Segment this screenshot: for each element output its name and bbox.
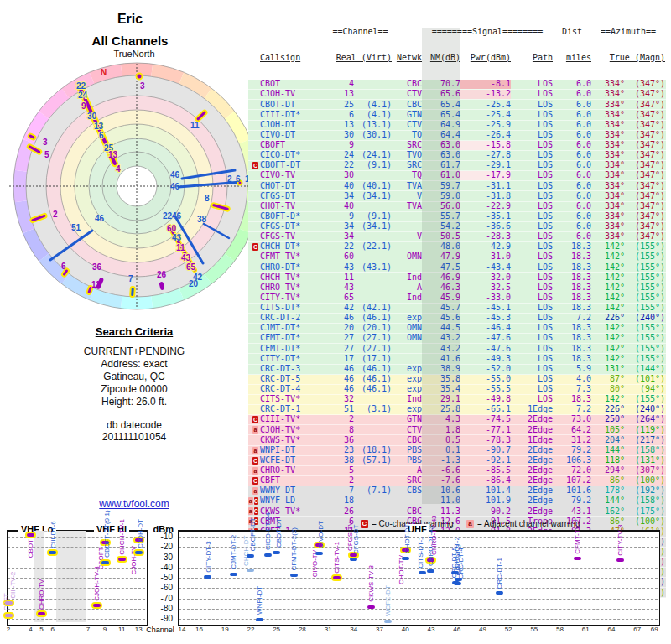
svg-text:43: 43 bbox=[181, 253, 191, 262]
cell: -7.6 bbox=[422, 476, 460, 486]
search-address: Address: exact bbox=[46, 358, 222, 370]
cell: 5.9 bbox=[553, 365, 591, 374]
channel-tick: 14 bbox=[175, 626, 189, 633]
cell: -11.3 bbox=[422, 507, 460, 517]
cell: (192°) bbox=[625, 486, 665, 496]
adjacent-channel-flag-icon: a bbox=[248, 548, 253, 556]
cell: 334° bbox=[591, 121, 625, 130]
channel-group-header: ==Channel== bbox=[329, 28, 392, 37]
cell: (4.1) bbox=[354, 111, 392, 120]
cell: -101.9 bbox=[460, 496, 511, 506]
cell: (101°) bbox=[625, 375, 665, 384]
cell: 334° bbox=[591, 161, 625, 170]
cell: (347°) bbox=[625, 232, 665, 242]
adjacent-channel-flag-icon: a bbox=[252, 487, 258, 495]
svg-text:13: 13 bbox=[108, 150, 118, 159]
cell: 2Edge bbox=[511, 486, 553, 496]
cell: (347°) bbox=[625, 111, 665, 120]
warning-flags: a bbox=[248, 447, 258, 454]
table-row: CCBFT2SRC-7.6-86.42Edge107.286°(100°) bbox=[248, 476, 666, 486]
cell: -55.0 bbox=[460, 375, 511, 384]
cell: LOS bbox=[511, 192, 553, 201]
cell: 18.3 bbox=[553, 242, 591, 252]
tvfool-link[interactable]: www.tvfool.com bbox=[46, 498, 222, 510]
cell: 81.3 bbox=[553, 527, 591, 537]
cell: LOS bbox=[511, 395, 553, 404]
cell: -17.7 bbox=[422, 589, 460, 598]
signal-marker bbox=[27, 533, 34, 537]
svg-text:26: 26 bbox=[157, 270, 167, 279]
cell: 142° bbox=[591, 324, 625, 333]
cell: V bbox=[392, 232, 422, 242]
cell: 142° bbox=[591, 273, 625, 283]
dbm-tick: -20 bbox=[149, 542, 173, 551]
cell: LOS bbox=[511, 101, 553, 110]
cell: (213°) bbox=[625, 538, 665, 547]
cell: LOS bbox=[511, 283, 553, 293]
cell: -52.0 bbox=[460, 365, 511, 374]
cell: (46.1) bbox=[354, 314, 392, 323]
adjacent-channel-flag-icon: a bbox=[252, 467, 258, 475]
cell: -13.2 bbox=[460, 90, 511, 99]
cell: 47° bbox=[591, 527, 625, 537]
cell: 9 bbox=[329, 141, 354, 150]
cell: (17.1) bbox=[354, 355, 392, 364]
channel-tick: 55 bbox=[528, 626, 541, 633]
table-row: CFMT-TV*60OMN47.9-31.0LOS18.3142°(155°) bbox=[248, 252, 666, 262]
svg-text:3: 3 bbox=[43, 138, 48, 147]
table-row: aCCBOT-63CBC-16.7-95.52Edge91.5298°(312°… bbox=[248, 558, 666, 568]
dbm-tick: -70 bbox=[149, 594, 173, 603]
channel-tick: 43 bbox=[424, 626, 438, 633]
warning-flags: aC bbox=[248, 497, 258, 505]
cell: 30 bbox=[329, 171, 354, 180]
cell: (24.1) bbox=[354, 151, 392, 160]
table-row: CHRO-DT*43(43.1)47.5-43.4LOS18.3142°(155… bbox=[248, 262, 666, 273]
signal-marker bbox=[384, 620, 392, 623]
station-label: CJOH-TV-8 bbox=[93, 564, 101, 600]
table-row: CFGS-DT*34(34.1)54.2-36.6LOS6.0334°(347°… bbox=[248, 222, 666, 232]
non-broadcast-band bbox=[34, 531, 44, 622]
station-label: CBOFT-DT(9.1) bbox=[103, 505, 111, 558]
cell: CKWS-TV bbox=[258, 538, 329, 547]
cell: TVA bbox=[392, 202, 422, 211]
cell: CHCH-DT* bbox=[258, 242, 329, 252]
cell: -10.6 bbox=[422, 486, 460, 496]
station-label: CIII-DT-6 bbox=[49, 511, 56, 548]
cell: 73.0 bbox=[553, 415, 591, 424]
cell: 92.3 bbox=[553, 538, 591, 547]
svg-text:22: 22 bbox=[163, 211, 173, 221]
cell: LOS bbox=[511, 293, 553, 303]
cell: -49.3 bbox=[460, 355, 511, 364]
cell: LOS bbox=[511, 202, 553, 211]
cell: CITY-DT* bbox=[258, 355, 329, 364]
cell: A bbox=[392, 283, 422, 293]
cell: CBOT bbox=[258, 80, 329, 89]
adjacent-channel-flag-icon: a bbox=[248, 569, 253, 576]
table-row: aCCBMT6CBC-12.6-91.5Tropo107.286°(100°) bbox=[248, 517, 666, 527]
cell: 6.0 bbox=[553, 80, 591, 89]
cell: (34.1) bbox=[354, 222, 392, 231]
cell: 86° bbox=[591, 589, 625, 598]
cell: (347°) bbox=[625, 101, 665, 110]
cell: 6 bbox=[329, 517, 354, 527]
cell: 46 bbox=[329, 375, 354, 384]
cell: 59.7 bbox=[422, 182, 460, 191]
cell: 20 bbox=[329, 324, 354, 333]
cell: (9.1) bbox=[354, 212, 392, 221]
cell: 61.0 bbox=[422, 171, 460, 180]
cell: (312°) bbox=[625, 558, 665, 567]
vhf-hi-label: VHF Hi bbox=[94, 524, 129, 534]
dbm-tick: -30 bbox=[149, 553, 173, 562]
signal-marker bbox=[5, 601, 13, 605]
cell: LOS bbox=[511, 141, 553, 150]
cell: (155°) bbox=[625, 283, 665, 293]
cell: (347°) bbox=[625, 121, 665, 130]
cell: 2Edge bbox=[511, 496, 553, 506]
cell: 6.0 bbox=[553, 222, 591, 231]
cell: CHRO-TV* bbox=[258, 283, 329, 293]
cell: Tropo bbox=[511, 538, 553, 547]
cell: (13.1) bbox=[354, 121, 392, 130]
cell: 43 bbox=[329, 263, 354, 273]
svg-text:20: 20 bbox=[189, 279, 199, 288]
cell: 18.3 bbox=[553, 395, 591, 404]
